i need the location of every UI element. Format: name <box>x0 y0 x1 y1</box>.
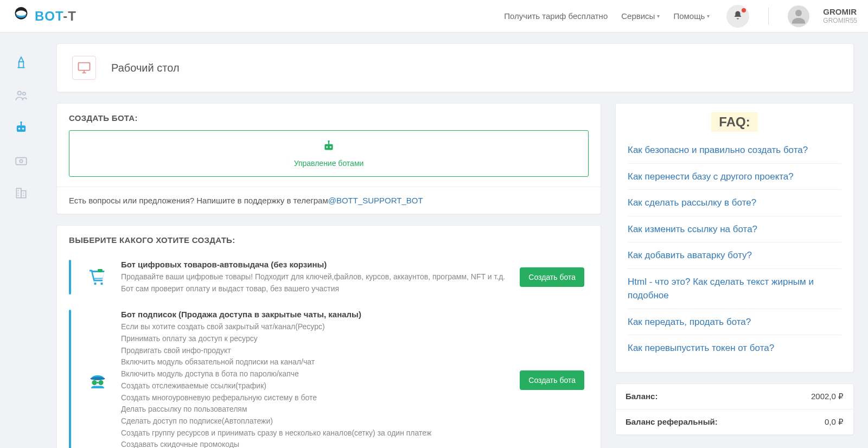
support-link[interactable]: @BOTT_SUPPORT_BOT <box>328 196 423 205</box>
user-subname: GROMIR55 <box>823 17 857 24</box>
faq-item[interactable]: Как перенести базу с другого проекта? <box>628 163 841 190</box>
bot-type-desc: Если вы хотите создать свой закрытый чат… <box>121 321 510 448</box>
faq-list: Как безопасно и правильно создать бота? … <box>616 137 853 372</box>
nav-tariff[interactable]: Получить тариф бесплатно <box>504 11 608 21</box>
balance-row: Баланс реферальный: 0,0 ₽ <box>616 409 853 434</box>
main-content: Рабочий стол СОЗДАТЬ БОТА: Управление бо… <box>42 33 868 448</box>
bot-type-title: Бот цифровых товаров-автовыдача (без кор… <box>121 260 510 269</box>
sidebar-item-payments[interactable] <box>12 152 30 169</box>
svg-rect-11 <box>16 158 27 165</box>
topnav: Получить тариф бесплатно Сервисы ▾ Помощ… <box>504 5 857 28</box>
svg-point-20 <box>328 140 329 142</box>
balance-label: Баланс реферальный: <box>626 417 718 427</box>
notification-dot <box>742 8 746 12</box>
nav-services-label: Сервисы <box>621 11 655 21</box>
svg-point-2 <box>16 10 27 16</box>
bot-type-digital-goods: Бот цифровых товаров-автовыдача (без кор… <box>69 252 589 302</box>
balance-card: Баланс: 2002,0 ₽ Баланс реферальный: 0,0… <box>615 383 854 435</box>
manage-bots-button[interactable]: Управление ботами <box>69 130 589 177</box>
cart-icon <box>84 267 111 287</box>
svg-point-24 <box>91 377 105 380</box>
sidebar-item-company[interactable] <box>12 184 30 202</box>
faq-item[interactable]: Как добавить аватарку боту? <box>628 242 841 268</box>
bell-icon <box>733 10 743 22</box>
svg-point-21 <box>94 283 97 285</box>
notifications-button[interactable] <box>726 5 749 28</box>
svg-rect-14 <box>21 191 26 198</box>
accent-bar <box>69 310 71 448</box>
support-text: Есть вопросы или предложения? Напишите в… <box>69 196 328 205</box>
user-block[interactable]: GROMIR GROMIR55 <box>823 7 857 24</box>
faq-item[interactable]: Как безопасно и правильно создать бота? <box>628 137 841 163</box>
faq-item[interactable]: Как перевыпустить токен от бота? <box>628 335 841 361</box>
svg-rect-6 <box>17 125 25 132</box>
topbar: BOT-T Получить тариф бесплатно Сервисы ▾… <box>0 0 868 33</box>
svg-point-26 <box>99 380 104 385</box>
nav-help[interactable]: Помощь ▾ <box>673 11 710 21</box>
choose-heading: ВЫБЕРИТЕ КАКОГО ХОТИТЕ СОЗДАТЬ: <box>69 235 589 245</box>
faq-item[interactable]: Как сделать рассылку в боте? <box>628 189 841 216</box>
spy-icon <box>84 370 111 390</box>
balance-value: 2002,0 ₽ <box>811 392 844 401</box>
logo-icon <box>11 6 31 27</box>
svg-point-25 <box>92 380 97 385</box>
faq-item[interactable]: Как передать, продать бота? <box>628 309 841 335</box>
svg-rect-16 <box>324 144 333 150</box>
bot-type-desc: Продавайте ваши цифровые товары! Подходи… <box>121 271 510 295</box>
divider <box>768 8 769 25</box>
faq-heading: FAQ: <box>616 104 853 137</box>
robot-icon <box>78 139 579 156</box>
sidebar-item-users[interactable] <box>12 87 30 104</box>
svg-rect-27 <box>97 382 99 383</box>
svg-point-10 <box>20 121 22 124</box>
svg-point-12 <box>20 159 22 162</box>
faq-item[interactable]: Как изменить ссылку на бота? <box>628 216 841 242</box>
sidebar-item-dashboard[interactable] <box>12 54 30 72</box>
create-bot-heading: СОЗДАТЬ БОТА: <box>69 113 589 123</box>
page-title: Рабочий стол <box>111 62 180 74</box>
svg-point-18 <box>330 146 331 148</box>
chevron-down-icon: ▾ <box>657 13 660 19</box>
bot-type-title: Бот подписок (Продажа доступа в закрытые… <box>121 310 510 319</box>
svg-rect-19 <box>328 142 329 144</box>
faq-card: FAQ: Как безопасно и правильно создать б… <box>615 103 854 373</box>
svg-point-17 <box>326 146 328 148</box>
svg-point-7 <box>18 127 21 130</box>
svg-point-4 <box>18 91 22 95</box>
svg-point-3 <box>795 10 802 16</box>
balance-value: 0,0 ₽ <box>825 417 844 427</box>
create-bot-button[interactable]: Создать бота <box>520 267 584 287</box>
page-header: Рабочий стол <box>56 43 854 92</box>
accent-bar <box>69 260 71 295</box>
create-bot-card: СОЗДАТЬ БОТА: Управление ботами Есть воп… <box>56 103 601 214</box>
faq-heading-text: FAQ: <box>711 112 757 132</box>
user-name: GROMIR <box>823 7 857 17</box>
sidebar-item-bots[interactable] <box>12 119 30 137</box>
chevron-down-icon: ▾ <box>707 13 710 19</box>
create-bot-button[interactable]: Создать бота <box>520 370 584 390</box>
svg-rect-9 <box>21 123 22 126</box>
avatar[interactable] <box>788 5 809 27</box>
desktop-icon <box>72 56 96 80</box>
balance-row: Баланс: 2002,0 ₽ <box>616 384 853 409</box>
logo[interactable]: BOT-T <box>11 6 76 27</box>
sidebar <box>0 33 42 448</box>
nav-services[interactable]: Сервисы ▾ <box>621 11 660 21</box>
choose-bot-card: ВЫБЕРИТЕ КАКОГО ХОТИТЕ СОЗДАТЬ: Бот цифр… <box>56 225 601 448</box>
faq-item[interactable]: Html - что это? Как сделать текст жирным… <box>628 268 841 309</box>
svg-point-8 <box>22 127 24 130</box>
svg-point-5 <box>23 92 25 95</box>
bot-type-subscriptions: Бот подписок (Продажа доступа в закрытые… <box>69 302 589 448</box>
balance-label: Баланс: <box>626 392 658 401</box>
logo-text: BOT-T <box>35 9 76 24</box>
svg-rect-13 <box>16 188 21 197</box>
manage-bots-label: Управление ботами <box>78 159 579 168</box>
nav-help-label: Помощь <box>673 11 705 21</box>
svg-rect-23 <box>98 269 103 272</box>
support-line: Есть вопросы или предложения? Напишите в… <box>57 187 601 214</box>
svg-point-22 <box>100 283 103 285</box>
svg-rect-15 <box>79 63 90 71</box>
